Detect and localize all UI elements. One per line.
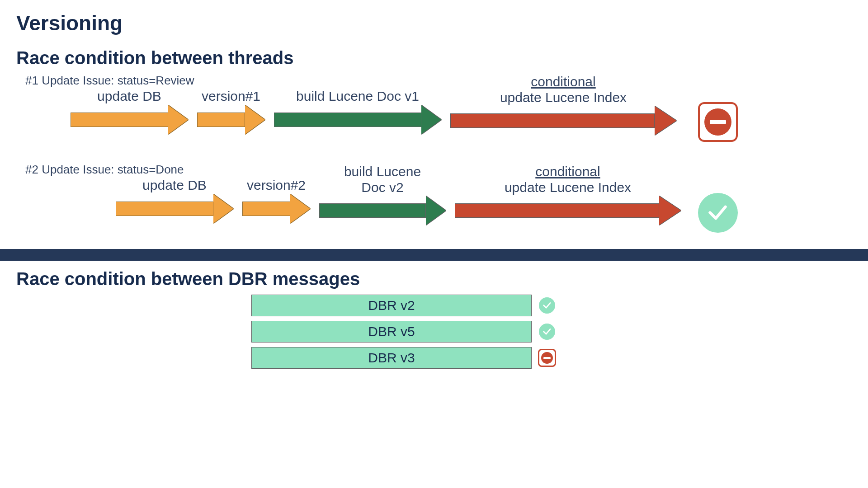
dbr-row: DBR v3 (16, 347, 852, 369)
dbr-box: DBR v5 (251, 321, 532, 343)
thread2-updatedb-label: update DB (142, 178, 207, 193)
thread2-version-label: version#2 (247, 178, 306, 193)
thread1-version-label: version#1 (202, 89, 260, 104)
section1-heading: Race condition between threads (16, 48, 852, 68)
thread1-conditional-label: conditional update Lucene Index (500, 74, 627, 105)
stop-icon (538, 349, 556, 367)
dbr-row: DBR v5 (16, 321, 852, 343)
check-icon (538, 323, 556, 341)
arrow-orange-icon (242, 194, 310, 223)
thread2-row: update DB version#2 build Lucene Doc v2 … (16, 178, 852, 241)
arrow-red-icon (455, 196, 681, 225)
arrow-red-icon (450, 106, 676, 135)
page-title: Versioning (16, 11, 852, 35)
dbr-row: DBR v2 (16, 295, 852, 316)
thread1-build-label: build Lucene Doc v1 (296, 89, 419, 104)
thread1-note: #1 Update Issue: status=Review (25, 74, 852, 88)
thread2-conditional-label: conditional update Lucene Index (505, 164, 631, 195)
section-divider (0, 249, 868, 261)
section2-heading: Race condition between DBR messages (16, 269, 852, 289)
check-icon (538, 296, 556, 314)
thread1-updatedb-label: update DB (97, 89, 161, 104)
arrow-green-icon (274, 105, 441, 134)
arrow-orange-icon (197, 105, 265, 134)
arrow-green-icon (319, 196, 446, 225)
thread1-row: update DB version#1 build Lucene Doc v1 … (16, 89, 852, 152)
stop-icon (698, 102, 738, 142)
dbr-list: DBR v2 DBR v5 DBR v3 (16, 295, 852, 369)
arrow-orange-icon (116, 194, 233, 223)
dbr-box: DBR v2 (251, 295, 532, 316)
arrow-orange-icon (71, 105, 188, 134)
dbr-box: DBR v3 (251, 347, 532, 369)
thread2-build-label: build Lucene Doc v2 (344, 164, 421, 195)
check-icon (698, 193, 738, 233)
